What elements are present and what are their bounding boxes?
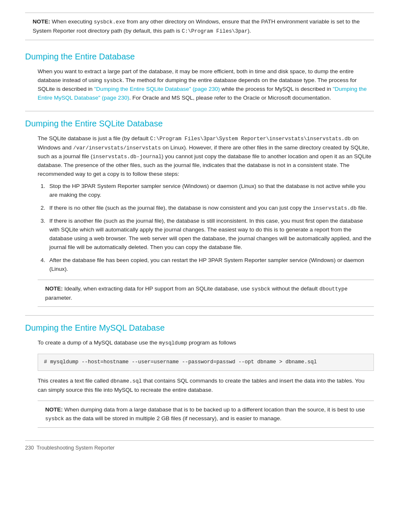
top-note-code1: sysbck.exe xyxy=(94,19,125,25)
s3p1-code1: mysqldump xyxy=(159,340,187,346)
step2-text1: If there is no other file (such as the j… xyxy=(49,205,313,211)
section2-para1: The SQLite database is just a file (by d… xyxy=(38,134,374,179)
section2-note-text3: parameter. xyxy=(45,295,72,301)
step2-code: inservstats.db xyxy=(313,206,357,211)
section3-note-label: NOTE: xyxy=(45,406,63,413)
divider-1 xyxy=(25,111,374,111)
step-4: After the database file has been copied,… xyxy=(47,256,374,274)
s2p1-text1: The SQLite database is just a file (by d… xyxy=(38,135,150,141)
step1-text: Stop the HP 3PAR System Reporter sampler… xyxy=(49,183,366,198)
section3-note-text2: as the data will be stored in multiple 2… xyxy=(64,415,281,421)
step4-text: After the database file has been copied,… xyxy=(49,257,364,272)
step-2: If there is no other file (such as the j… xyxy=(47,204,374,213)
section1-heading: Dumping the Entire Database xyxy=(25,50,374,63)
top-note-code2: C:\Program Files\3par xyxy=(182,28,248,34)
section2-note-box: NOTE: Ideally, when extracting data for … xyxy=(38,280,374,307)
section3-content: To create a dump of a MySQL database use… xyxy=(25,339,374,428)
section1-link1[interactable]: "Dumping the Entire SQLite Database" (pa… xyxy=(94,86,220,92)
section2-content: The SQLite database is just a file (by d… xyxy=(25,134,374,307)
page: NOTE: When executing sysbck.exe from any… xyxy=(0,0,399,469)
section1-content: When you want to extract a large part of… xyxy=(25,67,374,103)
s2p1-code2: /var/inservstats/inservstats xyxy=(73,145,161,151)
section-sqlite: Dumping the Entire SQLite Database The S… xyxy=(25,117,374,307)
s3p1-text1: To create a dump of a MySQL database use… xyxy=(38,339,159,346)
top-note-label: NOTE: xyxy=(33,18,50,25)
section2-note-text1: Ideally, when extracting data for HP sup… xyxy=(64,285,252,292)
section-dumping-entire-database: Dumping the Entire Database When you wan… xyxy=(25,50,374,103)
section2-note-text2: without the default xyxy=(270,285,319,292)
step2-text2: file. xyxy=(357,205,367,211)
section2-steps: Stop the HP 3PAR System Reporter sampler… xyxy=(38,182,374,274)
s2p1-code1: C:\Program Files\3par\System Reporter\in… xyxy=(150,136,351,142)
section3-note-box: NOTE: When dumping data from a large dat… xyxy=(38,401,374,428)
s3p2-code2: dbname.sql xyxy=(110,378,142,384)
step-1: Stop the HP 3PAR System Reporter sampler… xyxy=(47,182,374,200)
step-3: If there is another file (such as the jo… xyxy=(47,217,374,252)
section3-note-code1: sysbck xyxy=(45,416,64,422)
section2-note-code2: dbouttype xyxy=(319,286,348,292)
mysql-code-block: # mysqldump --host=hostname --user=usern… xyxy=(38,354,374,371)
s1p1-code1: sysbck xyxy=(104,78,123,84)
s1p1-text3: while the process for MySQL is described… xyxy=(220,86,333,92)
top-note-box: NOTE: When executing sysbck.exe from any… xyxy=(25,13,374,40)
s1p1-text4: . For Oracle and MS SQL, please refer to… xyxy=(129,95,331,101)
section3-para2: This creates a text file called dbname.s… xyxy=(38,377,374,394)
top-note-text1: When executing xyxy=(52,18,94,25)
section-mysql: Dumping the Entire MySQL Database To cre… xyxy=(25,321,374,428)
section2-heading: Dumping the Entire SQLite Database xyxy=(25,117,374,130)
s2p1-code3: inservstats.db-journal xyxy=(92,154,161,160)
s3p2-text1: This creates a text file called xyxy=(38,378,110,384)
section2-note-label: NOTE: xyxy=(45,285,63,292)
section2-note-code1: sysbck xyxy=(251,286,270,292)
section3-note-text1: When dumping data from a large database … xyxy=(64,406,365,413)
divider-2 xyxy=(25,315,374,316)
section3-para1: To create a dump of a MySQL database use… xyxy=(38,339,374,347)
step3-text: If there is another file (such as the jo… xyxy=(49,218,371,250)
footer-text: Troubleshooting System Reporter xyxy=(37,445,115,451)
section1-para1: When you want to extract a large part of… xyxy=(38,67,374,103)
s3p1-text2: program as follows xyxy=(187,339,236,346)
footer-page-number: 230 xyxy=(25,445,34,451)
section3-heading: Dumping the Entire MySQL Database xyxy=(25,321,374,334)
footer: 230 Troubleshooting System Reporter xyxy=(25,440,374,452)
top-note-text3: ). xyxy=(248,28,251,34)
